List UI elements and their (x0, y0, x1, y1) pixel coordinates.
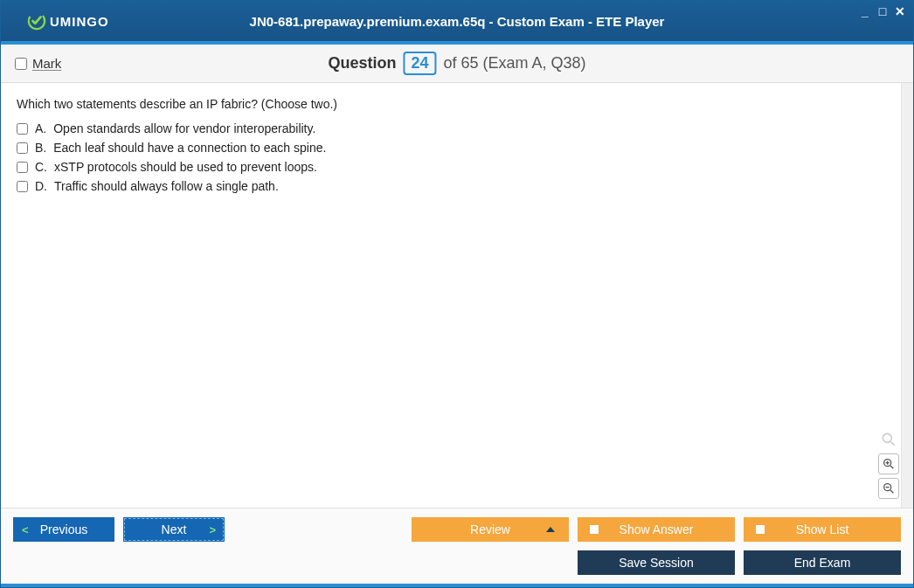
zoom-in-button[interactable] (878, 453, 899, 474)
maximize-icon[interactable]: □ (876, 4, 889, 18)
chevron-right-icon: > (209, 523, 216, 536)
save-session-button[interactable]: Save Session (578, 550, 735, 575)
previous-button[interactable]: < Previous (13, 517, 114, 542)
logo-text: UMINGO (50, 14, 109, 29)
choice-b-checkbox[interactable] (17, 142, 28, 154)
question-number[interactable]: 24 (403, 52, 436, 75)
end-exam-button[interactable]: End Exam (744, 550, 901, 575)
choice-a[interactable]: A. Open standards allow for vendor inter… (17, 121, 897, 135)
triangle-up-icon (546, 527, 555, 532)
mark-label: MMarkark (32, 56, 61, 71)
footer: < Previous Next > Review Show Answer Sho… (1, 508, 913, 584)
zoom-controls (878, 429, 899, 499)
choice-text: Traffic should always follow a single pa… (54, 179, 279, 193)
svg-line-2 (891, 442, 895, 446)
choice-c[interactable]: C. xSTP protocols should be used to prev… (17, 160, 897, 174)
choice-text: Each leaf should have a connection to ea… (53, 141, 326, 155)
mark-checkbox-wrap[interactable]: MMarkark (15, 56, 61, 71)
choice-text: xSTP protocols should be used to prevent… (54, 160, 317, 174)
footer-row-1: < Previous Next > Review Show Answer Sho… (13, 517, 901, 542)
choice-letter: B. (35, 141, 46, 155)
choice-d[interactable]: D. Traffic should always follow a single… (17, 179, 897, 193)
bottom-accent-bar (1, 584, 913, 587)
review-button[interactable]: Review (412, 517, 569, 542)
search-icon[interactable] (878, 429, 899, 450)
choice-d-checkbox[interactable] (17, 181, 28, 192)
footer-row-2: Save Session End Exam (13, 550, 901, 575)
show-list-button[interactable]: Show List (744, 517, 901, 542)
square-icon (756, 525, 765, 534)
choice-a-checkbox[interactable] (17, 123, 28, 135)
next-button[interactable]: Next > (123, 517, 225, 542)
square-icon (590, 525, 599, 534)
question-body: Which two statements describe an IP fabr… (1, 83, 913, 508)
question-stem: Which two statements describe an IP fabr… (17, 97, 897, 111)
mark-checkbox[interactable] (15, 58, 27, 70)
choice-letter: A. (35, 121, 46, 135)
minimize-icon[interactable]: _ (859, 4, 871, 18)
svg-line-4 (890, 466, 893, 468)
close-icon[interactable]: ✕ (894, 4, 906, 18)
scrollbar[interactable] (901, 83, 913, 508)
question-label: Question (328, 54, 396, 73)
app-logo: UMINGO (27, 11, 109, 31)
svg-line-8 (890, 490, 893, 493)
zoom-out-button[interactable] (878, 478, 899, 499)
logo-check-icon (27, 11, 46, 31)
question-title: Question 24 of 65 (Exam A, Q38) (328, 52, 585, 75)
chevron-left-icon: < (22, 523, 29, 536)
question-header: MMarkark Question 24 of 65 (Exam A, Q38) (1, 45, 913, 83)
choice-letter: D. (35, 179, 47, 193)
choice-b[interactable]: B. Each leaf should have a connection to… (17, 141, 897, 155)
window-title: JN0-681.prepaway.premium.exam.65q - Cust… (250, 14, 665, 29)
svg-point-1 (883, 433, 891, 442)
title-bar: UMINGO JN0-681.prepaway.premium.exam.65q… (1, 1, 913, 41)
choice-c-checkbox[interactable] (17, 162, 28, 173)
question-of-text: of 65 (Exam A, Q38) (443, 54, 585, 73)
choice-text: Open standards allow for vendor interope… (53, 121, 315, 135)
choice-letter: C. (35, 160, 47, 174)
show-answer-button[interactable]: Show Answer (578, 517, 735, 542)
window-controls: _ □ ✕ (859, 4, 906, 18)
